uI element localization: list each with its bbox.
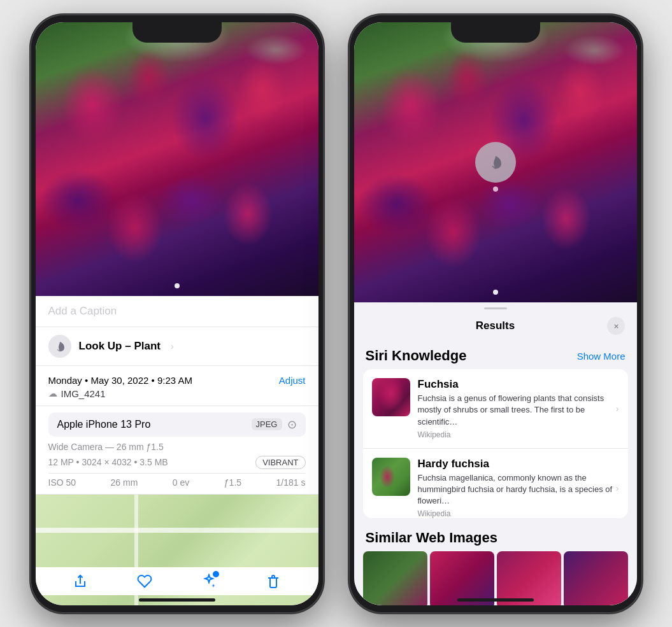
bottom-toolbar xyxy=(36,567,318,595)
siri-knowledge-header: Siri Knowledge Show More xyxy=(354,341,637,369)
caption-placeholder[interactable]: Add a Caption xyxy=(48,305,117,317)
flower-overlay xyxy=(36,22,318,296)
hardy-fuchsia-thumbnail xyxy=(372,458,410,496)
flower-photo-2 xyxy=(354,22,637,302)
knowledge-item-hardy-fuchsia[interactable]: Hardy fuchsia Fuchsia magellanica, commo… xyxy=(363,449,628,518)
siri-dot xyxy=(493,187,498,192)
delete-button[interactable] xyxy=(259,567,287,595)
fuchsia-title: Fuchsia xyxy=(418,378,619,391)
filename-text: IMG_4241 xyxy=(61,388,106,399)
hardy-description: Fuchsia magellanica, commonly known as t… xyxy=(418,472,619,507)
similar-image-3[interactable] xyxy=(497,551,561,605)
info-button[interactable] xyxy=(195,567,223,595)
phone-1: Add a Caption Look Up – Plant › Mon xyxy=(31,15,324,613)
date-text: Monday • May 30, 2022 • 9:23 AM xyxy=(48,375,192,386)
siri-visual-search-button[interactable] xyxy=(475,142,516,183)
adjust-button[interactable]: Adjust xyxy=(279,375,306,386)
similar-images-row xyxy=(354,551,637,605)
drag-handle[interactable] xyxy=(484,307,507,310)
cloud-icon: ☁ xyxy=(48,388,57,398)
similar-image-2[interactable] xyxy=(430,551,494,605)
info-badge xyxy=(211,570,220,579)
focal-value: 26 mm xyxy=(111,477,138,488)
leaf-icon xyxy=(54,340,66,353)
hardy-source: Wikipedia xyxy=(418,509,619,518)
caption-area[interactable]: Add a Caption xyxy=(36,296,318,327)
similar-images-header: Similar Web Images xyxy=(354,523,637,551)
home-indicator-2 xyxy=(457,598,534,602)
fuchsia-source: Wikipedia xyxy=(418,430,619,439)
siri-knowledge-title: Siri Knowledge xyxy=(366,348,467,364)
similar-image-4[interactable] xyxy=(564,551,628,605)
flower-photo[interactable] xyxy=(36,22,318,296)
shutter-value: 1/181 s xyxy=(276,477,306,488)
lookup-row[interactable]: Look Up – Plant › xyxy=(36,327,318,366)
iso-value: ISO 50 xyxy=(48,477,76,488)
wide-camera-detail: Wide Camera — 26 mm ƒ1.5 xyxy=(48,442,306,452)
share-button[interactable] xyxy=(66,567,94,595)
fuchsia-thumbnail xyxy=(372,378,410,416)
ev-value: 0 ev xyxy=(173,477,189,488)
fuchsia-chevron-icon: › xyxy=(616,404,619,414)
fuchsia-content: Fuchsia Fuchsia is a genus of flowering … xyxy=(418,378,619,439)
phone-2: Results × Siri Knowledge Show More xyxy=(349,15,642,613)
knowledge-item-fuchsia[interactable]: Fuchsia Fuchsia is a genus of flowering … xyxy=(363,369,628,449)
share-icon xyxy=(73,574,88,589)
notch xyxy=(132,22,222,43)
fuchsia-description: Fuchsia is a genus of flowering plants t… xyxy=(418,393,619,428)
leaf-siri-icon xyxy=(487,153,504,171)
similar-image-1[interactable] xyxy=(363,551,427,605)
page-indicator-2 xyxy=(493,290,498,295)
hardy-content: Hardy fuchsia Fuchsia magellanica, commo… xyxy=(418,458,619,518)
page-indicator xyxy=(175,283,180,288)
aperture-value: ƒ1.5 xyxy=(224,477,241,488)
close-button[interactable]: × xyxy=(607,317,625,335)
show-more-button[interactable]: Show More xyxy=(577,351,626,362)
camera-name: Apple iPhone 13 Pro xyxy=(57,419,151,430)
hardy-title: Hardy fuchsia xyxy=(418,458,619,470)
trash-icon xyxy=(266,574,280,589)
results-header: Results × xyxy=(354,312,637,341)
hardy-chevron-icon: › xyxy=(616,483,619,493)
mp-info: 12 MP • 3024 × 4032 • 3.5 MB xyxy=(48,457,168,467)
knowledge-card: Fuchsia Fuchsia is a genus of flowering … xyxy=(363,369,628,518)
chevron-right-icon: › xyxy=(171,341,174,351)
results-title: Results xyxy=(476,320,515,332)
jpeg-badge: JPEG xyxy=(252,418,282,430)
vibrant-badge: VIBRANT xyxy=(255,456,305,469)
home-indicator xyxy=(139,598,215,602)
results-panel: Results × Siri Knowledge Show More xyxy=(354,302,637,605)
phone-1-screen: Add a Caption Look Up – Plant › Mon xyxy=(36,22,318,605)
hardy-thumb-img xyxy=(372,458,410,496)
lookup-icon xyxy=(48,335,71,358)
settings-icon[interactable]: ⊙ xyxy=(287,418,297,432)
map-road-h xyxy=(36,528,318,533)
phone-2-screen: Results × Siri Knowledge Show More xyxy=(354,22,637,605)
date-section: Monday • May 30, 2022 • 9:23 AM Adjust ☁… xyxy=(36,366,318,406)
heart-icon xyxy=(137,574,152,589)
fuchsia-thumb-img xyxy=(372,378,410,416)
camera-section: Apple iPhone 13 Pro JPEG ⊙ Wide Camera —… xyxy=(36,406,318,495)
similar-title: Similar Web Images xyxy=(366,530,497,546)
lookup-label: Look Up – Plant xyxy=(79,340,161,353)
notch-2 xyxy=(451,22,540,43)
like-button[interactable] xyxy=(131,567,159,595)
